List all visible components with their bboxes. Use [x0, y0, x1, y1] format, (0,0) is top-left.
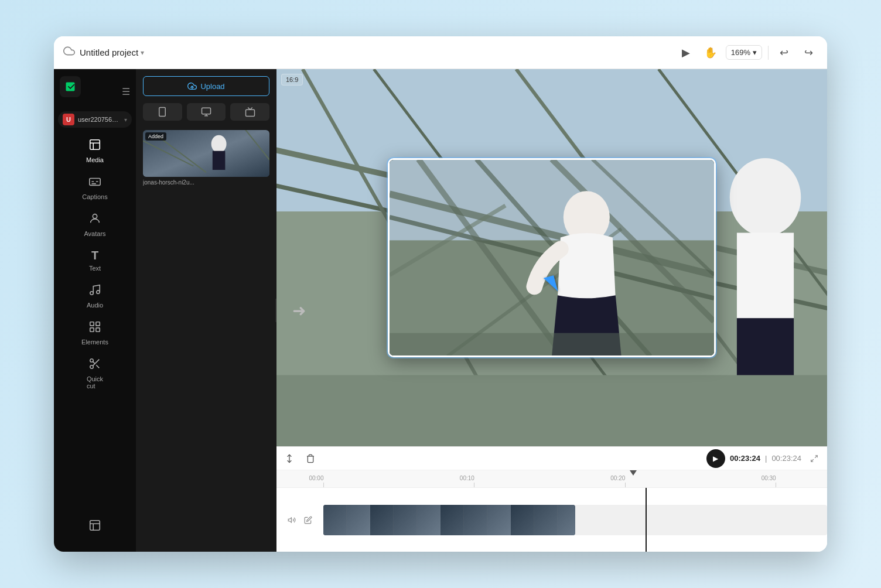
frame-3	[370, 505, 394, 535]
zoom-control[interactable]: 169% ▾	[726, 45, 762, 60]
hand-tool-button[interactable]: ✋	[701, 43, 720, 62]
redo-button[interactable]: ↪	[799, 43, 818, 62]
ruler-label-1: 00:10	[460, 475, 474, 481]
remaining-track	[575, 505, 827, 535]
svg-rect-11	[90, 521, 100, 531]
media-item-badge: Added	[145, 132, 166, 141]
cloud-icon	[63, 45, 75, 60]
svg-point-4	[97, 290, 100, 294]
project-title[interactable]: Untitled project ▾	[80, 47, 144, 57]
media-item-name: jonas-horsch-ni2u...	[143, 177, 269, 188]
frame-1	[323, 505, 347, 535]
captions-icon	[88, 175, 101, 191]
playhead-indicator	[630, 470, 637, 476]
media-tab-device[interactable]	[143, 103, 182, 121]
sidebar-item-captions[interactable]: Captions	[54, 169, 136, 206]
text-icon: T	[91, 249, 98, 262]
play-mode-button[interactable]: ▶	[677, 43, 695, 62]
frame-10	[534, 505, 558, 535]
sidebar-media-label: Media	[86, 156, 104, 163]
sidebar-text-label: Text	[89, 265, 101, 272]
top-bar-left: Untitled project ▾	[63, 45, 144, 60]
video-track[interactable]	[323, 505, 575, 535]
svg-rect-37	[276, 375, 827, 446]
frame-6	[440, 505, 464, 535]
media-tab-screen[interactable]	[187, 103, 226, 121]
frame-11	[558, 505, 575, 535]
svg-rect-35	[737, 233, 794, 318]
user-avatar: U	[63, 114, 74, 125]
ruler-line-2	[625, 483, 626, 487]
frame-5	[417, 505, 440, 535]
drag-arrow-icon: ➜	[292, 301, 306, 320]
svg-rect-8	[96, 328, 100, 331]
ruler-label-0: 00:00	[309, 475, 323, 481]
delete-button[interactable]	[302, 450, 319, 467]
sidebar-elements-label: Elements	[81, 339, 108, 346]
svg-rect-7	[90, 328, 94, 331]
sidebar-top-row: ☰	[54, 76, 136, 107]
canvas-aspect-indicator: 16:9	[281, 74, 303, 86]
sidebar-item-quick-cut[interactable]: Quickcut	[54, 351, 136, 395]
ruler-label-3: 00:30	[762, 475, 776, 481]
ruler-label-2: 00:20	[610, 475, 625, 481]
media-tabs	[136, 103, 276, 125]
media-item[interactable]: Added jonas-horsch-ni2u...	[143, 130, 269, 188]
quick-cut-icon	[88, 357, 101, 373]
zoom-chevron-icon: ▾	[753, 48, 757, 57]
sidebar-item-avatars[interactable]: Avatars	[54, 206, 136, 243]
svg-rect-15	[202, 108, 211, 114]
user-pill[interactable]: U user220756763998... ▾	[58, 111, 132, 128]
avatars-icon	[88, 212, 101, 228]
timeline-playhead-line	[646, 488, 647, 552]
frame-4	[394, 505, 417, 535]
media-panel-header: Upload	[136, 69, 276, 103]
track-controls	[276, 488, 323, 552]
app-logo	[60, 76, 81, 97]
top-bar-right: ▶ ✋ 169% ▾ ↩ ↪	[677, 43, 818, 62]
ruler-line-3	[776, 483, 776, 487]
volume-button[interactable]	[285, 513, 299, 527]
sidebar-bottom-icon[interactable]	[88, 513, 101, 538]
sidebar-captions-label: Captions	[82, 193, 107, 200]
main-canvas-frame[interactable]	[388, 158, 716, 357]
sidebar-item-audio[interactable]: Audio	[54, 278, 136, 314]
expand-timeline-button[interactable]	[806, 450, 822, 467]
media-icon	[88, 138, 101, 154]
upload-button[interactable]: Upload	[143, 76, 269, 96]
divider	[768, 46, 769, 60]
elements-icon	[88, 320, 101, 336]
canvas-and-timeline: 16:9	[276, 69, 827, 552]
svg-rect-5	[90, 322, 94, 326]
sidebar-audio-label: Audio	[87, 302, 103, 309]
sidebar-item-elements[interactable]: Elements	[54, 314, 136, 351]
undo-button[interactable]: ↩	[774, 43, 793, 62]
timeline-right-controls: ▶ 00:23:24 | 00:23:24	[706, 449, 822, 468]
app-window: Untitled project ▾ ▶ ✋ 169% ▾ ↩ ↪ ☰	[54, 36, 827, 552]
svg-line-52	[811, 459, 814, 461]
ruler-line-0	[323, 483, 324, 487]
edit-button[interactable]	[301, 513, 315, 527]
media-panel: Upload	[136, 69, 276, 552]
play-button[interactable]: ▶	[706, 449, 725, 468]
audio-icon	[88, 283, 101, 299]
split-button[interactable]	[281, 450, 298, 467]
svg-point-9	[90, 359, 94, 363]
top-bar: Untitled project ▾ ▶ ✋ 169% ▾ ↩ ↪	[54, 36, 827, 69]
menu-icon[interactable]: ☰	[122, 86, 130, 97]
sidebar-item-media[interactable]: Media	[54, 132, 136, 169]
playhead-triangle	[630, 470, 637, 476]
user-name: user220756763998...	[78, 116, 121, 123]
video-track-frames	[323, 505, 575, 535]
media-tab-remote[interactable]	[230, 103, 269, 121]
sidebar-quick-cut-label: Quickcut	[87, 375, 103, 389]
timeline-area: ▶ 00:23:24 | 00:23:24 00:00	[276, 446, 827, 552]
sidebar-items-list: Media Captions Avatars T Text	[54, 132, 136, 395]
svg-marker-53	[288, 517, 291, 522]
svg-rect-6	[96, 322, 100, 326]
sidebar: ☰ U user220756763998... ▾ Media	[54, 69, 136, 552]
sidebar-item-text[interactable]: T Text	[54, 243, 136, 278]
frame-8	[487, 505, 511, 535]
svg-rect-18	[245, 110, 254, 116]
canvas-viewport[interactable]: 16:9	[276, 69, 827, 446]
